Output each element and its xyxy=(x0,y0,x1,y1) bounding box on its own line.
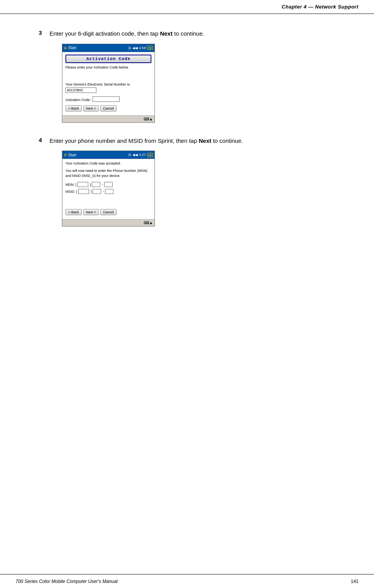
windows-icon-2: ⊞ xyxy=(64,153,67,157)
activation-description: Please enter your Activation Code below. xyxy=(65,65,151,69)
step-3-header: 3 Enter your 6-digit activation code, th… xyxy=(39,29,343,38)
msid-label: MSID: ( xyxy=(65,190,77,194)
signal-icon-2: ⊟ xyxy=(128,153,131,157)
device-titlebar-1: ⊞ Start ⊟ ◀◀ 4:08 ok xyxy=(62,44,154,52)
time-display-2: 5:27 xyxy=(139,153,146,157)
titlebar-right-2: ⊟ ◀◀ 5:27 ok xyxy=(128,153,153,157)
back-button-1[interactable]: < Back xyxy=(65,105,82,111)
device-titlebar-2: ⊞ Start ⊟ ◀◀ 5:27 ok xyxy=(62,151,154,159)
step-4-block: 4 Enter your phone number and MSID from … xyxy=(39,137,343,227)
device-taskbar-2: ⌨▲ xyxy=(62,219,154,226)
step-3-number: 3 xyxy=(39,29,50,36)
mdn-dash: - xyxy=(101,183,103,187)
windows-icon-1: ⊞ xyxy=(64,46,67,50)
start-label-2: Start xyxy=(68,153,76,157)
mdn-label: MDN: ( xyxy=(65,183,77,187)
step-4-text: Enter your phone number and MSID from Sp… xyxy=(50,137,243,146)
step-3-block: 3 Enter your 6-digit activation code, th… xyxy=(39,29,343,123)
step-3-text-after: to continue. xyxy=(173,30,204,37)
msid-area-code[interactable] xyxy=(78,189,89,194)
step-4-text-bold: Next xyxy=(199,137,211,144)
mdn-row: MDN: ( ) - xyxy=(65,182,151,187)
chapter-title: Chapter 4 — Network Support xyxy=(282,4,359,10)
activation-code-label: Activation Code: xyxy=(65,98,91,102)
serial-value-field: 60137B0C xyxy=(65,87,96,93)
serial-value: 60137B0C xyxy=(67,88,84,92)
mdn-line[interactable] xyxy=(104,182,113,187)
next-button-2[interactable]: Next > xyxy=(83,209,99,215)
titlebar-right-1: ⊟ ◀◀ 4:08 ok xyxy=(128,46,153,50)
mdn-paren-close: ) xyxy=(89,183,91,187)
serial-label: Your Device's Electronic Serial Number i… xyxy=(65,82,151,86)
spacer-1 xyxy=(65,72,151,82)
footer-manual-title: 700 Series Color Mobile Computer User's … xyxy=(15,579,118,584)
step-4-text-after: to continue. xyxy=(211,137,243,144)
step-4-header: 4 Enter your phone number and MSID from … xyxy=(39,137,343,146)
step-4-text-before: Enter your phone number and MSID from Sp… xyxy=(50,137,199,144)
instructions-message: You will now need to enter the Phone Num… xyxy=(65,168,151,178)
msid-prefix[interactable] xyxy=(93,189,101,194)
screen1-buttons: < Back Next > Cancel xyxy=(65,105,151,111)
step-3-text-bold: Next xyxy=(160,30,173,37)
screenshot-2-frame: ⊞ Start ⊟ ◀◀ 5:27 ok Your Activation Cod… xyxy=(62,151,155,226)
msid-row: MSID: ( ) - xyxy=(65,189,151,194)
serial-input-row: 60137B0C xyxy=(65,87,151,94)
screen-body-1: Activation Code Please enter your Activa… xyxy=(62,52,154,115)
keyboard-icon-1[interactable]: ⌨▲ xyxy=(144,117,153,121)
next-button-1[interactable]: Next > xyxy=(83,105,99,111)
step-4-number: 4 xyxy=(39,137,50,143)
mdn-prefix[interactable] xyxy=(92,182,100,187)
cancel-button-2[interactable]: Cancel xyxy=(100,209,117,215)
device-screen-1: ⊞ Start ⊟ ◀◀ 4:08 ok Activation Code Ple… xyxy=(62,44,155,123)
activation-code-row: Activation Code: xyxy=(65,96,151,103)
titlebar-left-1: ⊞ Start xyxy=(64,46,76,50)
keyboard-icon-2[interactable]: ⌨▲ xyxy=(144,221,153,225)
battery-icon-1: ◀◀ xyxy=(132,46,138,50)
start-label-1: Start xyxy=(68,46,76,50)
time-display-1: 4:08 xyxy=(139,46,146,50)
back-button-2[interactable]: < Back xyxy=(65,209,82,215)
msid-dash: - xyxy=(102,190,104,194)
screen-body-2: Your Activation Code was accepted. You w… xyxy=(62,159,154,219)
battery-icon-2: ◀◀ xyxy=(132,153,138,157)
mdn-area-code[interactable] xyxy=(77,182,88,187)
page-content: 3 Enter your 6-digit activation code, th… xyxy=(0,14,374,574)
msid-paren-close: ) xyxy=(90,190,92,194)
spacer-2 xyxy=(65,196,151,207)
footer-page-number: 141 xyxy=(351,579,359,584)
page-header: Chapter 4 — Network Support xyxy=(0,0,374,14)
step-3-text-before: Enter your 6-digit activation code, then… xyxy=(50,30,160,37)
accepted-message: Your Activation Code was accepted. xyxy=(65,161,151,165)
activation-code-input[interactable] xyxy=(93,96,120,102)
screenshot-1-frame: ⊞ Start ⊟ ◀◀ 4:08 ok Activation Code Ple… xyxy=(62,44,155,123)
page-footer: 700 Series Color Mobile Computer User's … xyxy=(0,574,374,588)
activation-title[interactable]: Activation Code xyxy=(65,55,151,63)
step-3-text: Enter your 6-digit activation code, then… xyxy=(50,29,204,38)
cancel-button-1[interactable]: Cancel xyxy=(100,105,117,111)
msid-line[interactable] xyxy=(105,189,113,194)
ok-badge-2: ok xyxy=(147,153,153,157)
ok-badge-1: ok xyxy=(147,46,153,50)
device-taskbar-1: ⌨▲ xyxy=(62,115,154,122)
screen2-buttons: < Back Next > Cancel xyxy=(65,209,151,215)
signal-icon-1: ⊟ xyxy=(128,46,131,50)
device-screen-2: ⊞ Start ⊟ ◀◀ 5:27 ok Your Activation Cod… xyxy=(62,151,155,226)
titlebar-left-2: ⊞ Start xyxy=(64,153,76,157)
